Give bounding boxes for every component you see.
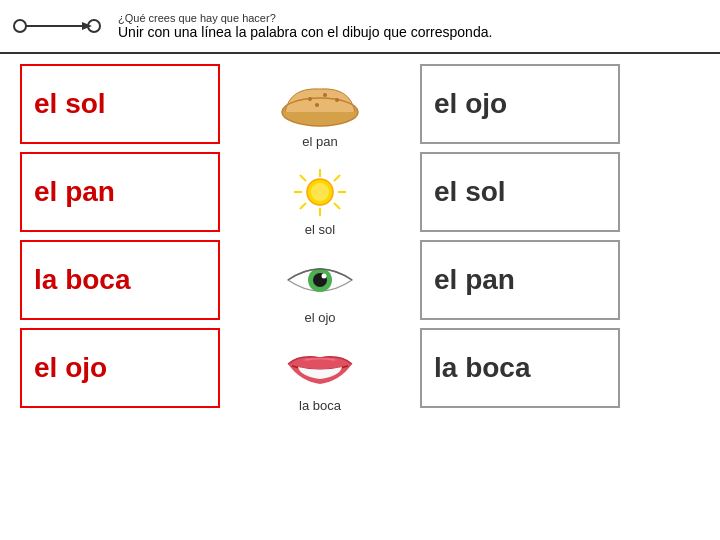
svg-point-7 [323,93,327,97]
svg-line-16 [334,175,340,181]
svg-line-14 [300,175,306,181]
pan-image [275,77,365,132]
ojo-label: el ojo [304,310,335,325]
main-content: el sol el pan la boca el ojo [0,54,720,423]
left-word-1: el sol [20,64,220,144]
sol-label: el sol [305,222,335,237]
right-word-4: la boca [420,328,620,408]
middle-column: el pan el sol [230,64,410,413]
image-item-sol: el sol [290,157,350,237]
left-word-4: el ojo [20,328,220,408]
right-word-3: el pan [420,240,620,320]
svg-point-19 [311,183,329,201]
svg-point-8 [335,98,339,102]
header-icon [12,8,102,44]
left-column: el sol el pan la boca el ojo [20,64,220,413]
pan-label: el pan [302,134,337,149]
header: ¿Qué crees que hay que hacer? Unir con u… [0,0,720,54]
image-item-ojo: el ojo [280,245,360,325]
sol-image [290,165,350,220]
svg-point-0 [14,20,26,32]
activity-icon [12,8,102,44]
image-item-pan: el pan [275,69,365,149]
svg-point-22 [322,274,327,279]
ojo-image [280,253,360,308]
svg-line-17 [300,203,306,209]
boca-image [280,346,360,396]
header-text: ¿Qué crees que hay que hacer? Unir con u… [118,12,492,40]
svg-point-6 [308,97,312,101]
left-word-3: la boca [20,240,220,320]
right-word-2: el sol [420,152,620,232]
instruction-small: ¿Qué crees que hay que hacer? [118,12,492,24]
svg-point-9 [315,103,319,107]
left-word-2: el pan [20,152,220,232]
svg-line-15 [334,203,340,209]
right-column: el ojo el sol el pan la boca [420,64,620,413]
boca-label: la boca [299,398,341,413]
instruction-main: Unir con una línea la palabra con el dib… [118,24,492,40]
image-item-boca: la boca [280,333,360,413]
right-word-1: el ojo [420,64,620,144]
